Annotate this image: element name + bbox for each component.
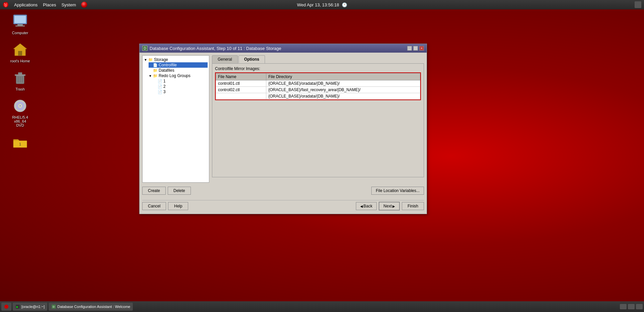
taskbar: ▶ [oracle@n1:~] D Database Configuration… xyxy=(0,301,644,312)
folder-icon[interactable]: 1 xyxy=(7,134,34,151)
svg-rect-11 xyxy=(18,51,22,56)
col-filename: File Name xyxy=(216,73,266,80)
svg-rect-13 xyxy=(15,74,25,76)
svg-rect-8 xyxy=(17,24,23,25)
gnome-foot-icon[interactable] xyxy=(3,2,9,8)
desktop: Applications Places System Wed Apr 13, 1… xyxy=(0,0,644,312)
tree-redo-1[interactable]: 📄 1 xyxy=(153,78,208,84)
mirror-label: Controlfile Mirror Images: xyxy=(215,66,421,71)
roots-home-label: root's Home xyxy=(10,59,30,63)
top-panel: Applications Places System Wed Apr 13, 1… xyxy=(0,0,644,9)
back-button[interactable]: ◀ Back xyxy=(356,202,377,210)
delete-button[interactable]: Delete xyxy=(168,187,191,195)
taskbar-indicator-3 xyxy=(636,304,643,309)
tree-controlfile[interactable]: 📄 Controlfile xyxy=(149,62,208,68)
trash-icon[interactable]: Trash xyxy=(7,70,34,91)
row1-directory: {ORACLE_BASE}/oradata/{DB_NAME}/ xyxy=(266,80,420,87)
svg-rect-7 xyxy=(14,16,26,23)
svg-point-21 xyxy=(19,105,21,107)
svg-rect-9 xyxy=(15,25,25,26)
dvd-label: RHEL/5.4 x86_64DVD xyxy=(7,115,34,127)
col-directory: File Directory xyxy=(266,73,420,80)
help-button[interactable]: Help xyxy=(168,202,188,210)
row1-filename: control01.ctl xyxy=(216,80,266,87)
dialog-title: Database Configuration Assistant, Step 1… xyxy=(150,46,281,51)
maximize-button[interactable]: □ xyxy=(413,46,418,51)
cancel-button[interactable]: Cancel xyxy=(142,202,166,210)
taskbar-indicator-1 xyxy=(620,304,627,309)
row2-directory: {ORACLE_BASE}/fast_recovery_area/{DB_NAM… xyxy=(266,87,420,93)
desktop-icons-area: Computer root's Home xyxy=(7,13,34,151)
row2-filename: control02.ctl xyxy=(216,87,266,93)
table-row[interactable]: control02.ctl {ORACLE_BASE}/fast_recover… xyxy=(216,87,420,93)
tab-general[interactable]: General xyxy=(212,55,238,63)
dvd-icon[interactable]: RHEL/5.4 x86_64DVD xyxy=(7,98,34,127)
tab-content: Controlfile Mirror Images: File Name Fil… xyxy=(212,63,424,177)
places-menu[interactable]: Places xyxy=(43,2,56,7)
network-icon[interactable] xyxy=(81,2,87,8)
dialog-window: D Database Configuration Assistant, Step… xyxy=(139,44,427,214)
svg-rect-14 xyxy=(18,72,22,74)
tree-storage[interactable]: ▼ 📁 Storage xyxy=(144,57,208,62)
dialog-icon: D xyxy=(142,46,148,51)
create-button[interactable]: Create xyxy=(142,187,166,195)
bottom-bar: Create Delete File Location Variables... xyxy=(142,185,424,196)
taskbar-start[interactable] xyxy=(1,303,11,311)
taskbar-indicator-2 xyxy=(628,304,635,309)
file-location-button[interactable]: File Location Variables... xyxy=(371,187,424,195)
svg-text:D: D xyxy=(144,47,146,50)
svg-point-5 xyxy=(7,4,7,5)
svg-point-3 xyxy=(6,3,7,4)
back-arrow-icon: ◀ xyxy=(360,204,363,208)
computer-label: Computer xyxy=(12,31,28,35)
mirror-table: File Name File Directory control01.ctl {… xyxy=(216,73,420,100)
finish-button[interactable]: Finish xyxy=(402,202,424,210)
trash-label: Trash xyxy=(15,87,25,91)
mirror-table-container: File Name File Directory control01.ctl {… xyxy=(215,72,421,100)
computer-icon[interactable]: Computer xyxy=(7,13,34,35)
taskbar-terminal[interactable]: ▶ [oracle@n1:~] xyxy=(13,303,47,311)
applications-menu[interactable]: Applications xyxy=(14,2,38,7)
content-panel: General Options Controlfile Mirror Image… xyxy=(212,55,424,183)
dialog-titlebar: D Database Configuration Assistant, Step… xyxy=(140,44,427,53)
datetime-display: Wed Apr 13, 13:56:18 🕐 xyxy=(297,2,347,7)
svg-point-2 xyxy=(4,3,5,4)
dialog-body: ▼ 📁 Storage 📄 Controlfile 📁 Dat xyxy=(140,53,427,214)
dialog-footer: Cancel Help ◀ Back Next ▶ Finish xyxy=(142,200,424,211)
row3-filename xyxy=(216,93,266,100)
table-row[interactable]: control01.ctl {ORACLE_BASE}/oradata/{DB_… xyxy=(216,80,420,87)
tree-redo-log-groups[interactable]: ▼ 📁 Redo Log Groups xyxy=(149,73,208,78)
svg-text:D: D xyxy=(53,305,55,308)
panel-right xyxy=(635,1,641,8)
minimize-button[interactable]: _ xyxy=(407,46,412,51)
next-button[interactable]: Next ▶ xyxy=(379,202,400,210)
roots-home-icon[interactable]: root's Home xyxy=(7,42,34,63)
svg-point-26 xyxy=(4,305,8,309)
tree-datafiles[interactable]: 📁 Datafiles xyxy=(149,68,208,73)
tree-panel: ▼ 📁 Storage 📄 Controlfile 📁 Dat xyxy=(142,55,209,183)
tabs: General Options xyxy=(212,55,424,63)
table-row[interactable]: {ORACLE_BASE}/oradata/{DB_NAME}/ xyxy=(216,93,420,100)
next-arrow-icon: ▶ xyxy=(392,204,395,208)
tree-redo-2[interactable]: 📄 2 xyxy=(153,84,208,89)
tray-icon xyxy=(635,1,641,8)
svg-text:1: 1 xyxy=(19,142,21,146)
tree-redo-3[interactable]: 📄 3 xyxy=(153,89,208,95)
taskbar-dbca[interactable]: D Database Configuration Assistant : Wel… xyxy=(49,303,133,311)
row3-directory: {ORACLE_BASE}/oradata/{DB_NAME}/ xyxy=(266,93,420,100)
svg-point-4 xyxy=(4,5,5,5)
tab-options[interactable]: Options xyxy=(238,55,265,63)
system-menu[interactable]: System xyxy=(61,2,76,7)
close-button[interactable]: × xyxy=(419,46,424,51)
